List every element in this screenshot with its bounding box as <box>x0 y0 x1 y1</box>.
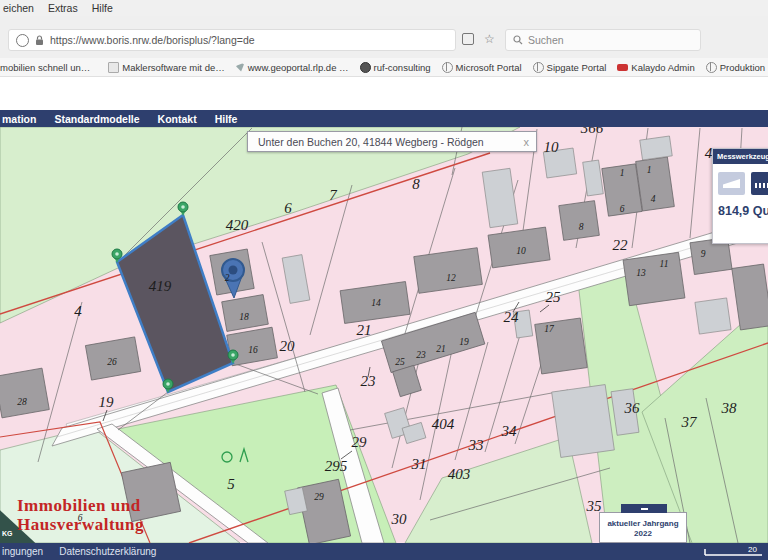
map-label: 37 <box>681 414 699 430</box>
measure-tool-panel: Messwerkzeug 814,9 Qu <box>712 148 768 244</box>
map-label: 30 <box>391 511 408 527</box>
bookmark-item[interactable]: Microsoft Portal <box>442 62 522 73</box>
map-label: 10 <box>544 139 560 155</box>
menu-item-hilfe[interactable]: Hilfe <box>92 2 113 14</box>
map-label: 31 <box>411 456 427 472</box>
document-icon <box>108 62 119 73</box>
map-label: 5 <box>227 476 235 492</box>
lock-icon <box>35 35 44 46</box>
url-text: https://www.boris.nrw.de/borisplus/?lang… <box>50 34 255 46</box>
map-label: 19 <box>459 337 469 347</box>
save-page-icon[interactable] <box>462 33 474 45</box>
kalaydo-icon <box>617 64 628 71</box>
map-label: 419 <box>149 278 172 294</box>
map-label: 25 <box>395 357 405 367</box>
map-label: 12 <box>446 273 456 283</box>
map-label: 404 <box>432 416 455 432</box>
bookmark-star-icon[interactable]: ☆ <box>484 32 495 46</box>
vintage-year-box[interactable]: aktueller Jahrgang 2022 <box>599 512 687 543</box>
map-label: 29 <box>352 434 368 450</box>
menu-item-extras[interactable]: Extras <box>48 2 78 14</box>
map-label: 34 <box>501 423 518 439</box>
map-label: 22 <box>613 237 629 253</box>
map-label: 18 <box>239 312 249 322</box>
map-label: 25 <box>546 289 562 305</box>
map-label: 8 <box>579 222 584 232</box>
map-label: 8 <box>412 176 420 192</box>
map-label: 1 <box>647 165 652 175</box>
map-label: 16 <box>248 345 258 355</box>
map-label: 38 <box>721 400 738 416</box>
measure-area-button[interactable] <box>718 172 745 195</box>
map-label: 2 <box>225 273 230 283</box>
map-label: 4 <box>651 194 656 204</box>
map-label: 28 <box>17 397 27 407</box>
company-logo-text: KG <box>2 530 13 537</box>
vintage-tab[interactable] <box>621 504 667 513</box>
search-placeholder: Suchen <box>528 34 564 46</box>
map-label: 9 <box>701 249 706 259</box>
nav-item-hilfe[interactable]: Hilfe <box>215 113 238 125</box>
map-label: 13 <box>636 268 646 278</box>
map-label: 29 <box>314 492 324 502</box>
vintage-year: 2022 <box>600 529 686 539</box>
shield-icon[interactable] <box>16 34 29 47</box>
menu-item-lesezeichen[interactable]: eichen <box>3 2 34 14</box>
browser-toolbar: https://www.boris.nrw.de/borisplus/?lang… <box>0 16 768 58</box>
cadastral-map[interactable]: 3661041542067841942225242120231952952930… <box>0 127 768 543</box>
map-label: 24 <box>504 309 520 325</box>
map-label: 10 <box>516 246 526 256</box>
measure-panel-title: Messwerkzeug <box>713 149 768 164</box>
footer-link-nutzungsbedingungen[interactable]: ingungen <box>2 546 43 557</box>
map-label: 21 <box>436 344 446 354</box>
globe-icon <box>360 62 371 73</box>
map-label: 17 <box>544 324 555 334</box>
globe-icon <box>442 62 453 73</box>
bookmark-item[interactable]: Produktion <box>706 62 765 73</box>
map-label: 6 <box>620 204 625 214</box>
map-label: 295 <box>325 458 348 474</box>
vintage-label: aktueller Jahrgang <box>600 519 686 529</box>
map-scale-bar: 20 <box>702 543 766 560</box>
page-action-icons: ☆ <box>462 32 495 46</box>
geoportal-icon <box>236 63 245 72</box>
nav-item-standardmodelle[interactable]: Standardmodelle <box>54 113 139 125</box>
browser-menubar: eichen Extras Hilfe <box>0 0 768 16</box>
nav-item-information[interactable]: mation <box>2 113 36 125</box>
measure-distance-button[interactable] <box>751 172 768 195</box>
map-label: 36 <box>624 400 641 416</box>
globe-icon <box>706 62 717 73</box>
browser-search-field[interactable]: Suchen <box>505 29 701 51</box>
map-search-box[interactable]: Unter den Buchen 20, 41844 Wegberg - Röd… <box>247 131 537 152</box>
scale-label: 20 <box>748 545 757 554</box>
page-header-area: Der für Nor <box>0 77 768 110</box>
browser-window: eichen Extras Hilfe https://www.boris.nr… <box>0 0 768 560</box>
bookmark-item[interactable]: www.geoportal.rlp.de … <box>236 62 349 73</box>
bookmark-item[interactable]: Sipgate Portal <box>533 62 607 73</box>
map-label: 403 <box>448 466 471 482</box>
map-label: 33 <box>468 437 484 453</box>
map-label: 420 <box>226 217 249 233</box>
watermark-text: Immobilien und Hausverwaltung <box>17 496 144 534</box>
map-label: 4 <box>74 303 82 319</box>
close-icon[interactable]: x <box>517 136 537 148</box>
bookmark-item[interactable]: ruf-consulting <box>360 62 431 73</box>
map-search-value[interactable]: Unter den Buchen 20, 41844 Wegberg - Röd… <box>248 136 517 148</box>
bookmark-item[interactable]: Kalaydo Admin <box>617 62 694 73</box>
footer-link-datenschutz[interactable]: Datenschutzerklärung <box>59 546 156 557</box>
map-label: 23 <box>361 373 376 389</box>
map-label: 1 <box>620 168 625 178</box>
bookmark-item[interactable]: mobilien schnell un… <box>0 62 90 73</box>
bookmarks-bar: mobilien schnell un… Maklersoftware mit … <box>0 58 768 77</box>
nav-item-kontakt[interactable]: Kontakt <box>158 113 197 125</box>
footer-bar: ingungen Datenschutzerklärung <box>0 543 768 560</box>
map-label: 19 <box>99 394 115 410</box>
map-label: 11 <box>660 259 669 269</box>
map-label: 23 <box>416 350 426 360</box>
search-icon <box>513 35 523 45</box>
map-label: 21 <box>357 322 372 338</box>
url-bar[interactable]: https://www.boris.nrw.de/borisplus/?lang… <box>8 29 456 51</box>
map-canvas[interactable]: 3661041542067841942225242120231952952930… <box>0 127 768 543</box>
map-label: 26 <box>107 357 117 367</box>
bookmark-item[interactable]: Maklersoftware mit de… <box>108 62 224 73</box>
